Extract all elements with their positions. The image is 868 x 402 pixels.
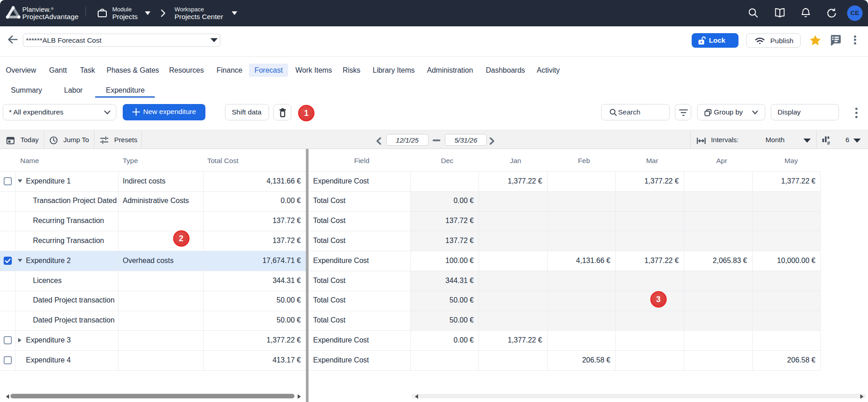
svg-text:#: # <box>827 140 830 146</box>
